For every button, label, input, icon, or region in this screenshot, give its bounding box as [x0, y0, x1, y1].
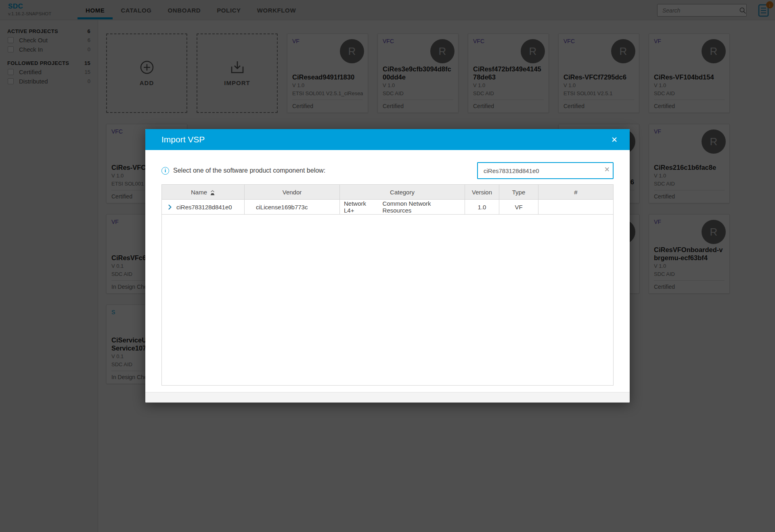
select-component-label: Select one of the software product compo… — [173, 167, 477, 174]
column-header-number[interactable]: # — [538, 185, 613, 199]
column-header-vendor[interactable]: Vendor — [245, 185, 340, 199]
cell-version: 1.0 — [478, 204, 486, 211]
modal-title: Import VSP — [161, 135, 609, 144]
modal-body: i Select one of the software product com… — [145, 150, 630, 392]
column-header-type[interactable]: Type — [499, 185, 538, 199]
vsp-table-header: Name Vendor Category Version Type # — [162, 185, 613, 200]
column-header-label: Vendor — [283, 189, 302, 196]
column-header-version[interactable]: Version — [465, 185, 499, 199]
table-empty-area — [162, 215, 613, 385]
sdc-home-page: SDC v.1.16.2-SNAPSHOT HOME CATALOG ONBOA… — [0, 0, 775, 532]
table-row[interactable]: ciRes783128d841e0 ciLicense169b773c Netw… — [162, 200, 613, 215]
vsp-search: ✕ — [477, 162, 614, 179]
column-header-category[interactable]: Category — [340, 185, 465, 199]
expand-chevron-icon[interactable] — [168, 204, 172, 210]
import-vsp-modal: Import VSP ✕ i Select one of the softwar… — [145, 129, 630, 403]
column-header-label: Type — [512, 189, 526, 196]
clear-search-icon[interactable]: ✕ — [604, 166, 610, 173]
cell-vendor: ciLicense169b773c — [256, 204, 308, 211]
column-header-label: Version — [472, 189, 492, 196]
close-icon[interactable]: ✕ — [609, 134, 620, 145]
info-icon: i — [161, 167, 169, 175]
column-header-label: # — [574, 189, 577, 196]
modal-footer — [145, 392, 630, 403]
vsp-search-input[interactable] — [477, 162, 614, 179]
vsp-table: Name Vendor Category Version Type # — [161, 184, 614, 386]
column-header-name[interactable]: Name — [162, 185, 245, 199]
cell-type: VF — [515, 204, 522, 211]
cell-name: ciRes783128d841e0 — [176, 204, 232, 211]
cell-category: Network L4+ — [344, 200, 378, 214]
modal-header: Import VSP ✕ — [145, 129, 630, 150]
cell-sub-category: Common Network Resources — [383, 200, 461, 214]
column-header-label: Category — [390, 189, 415, 196]
column-header-label: Name — [191, 189, 207, 196]
sort-asc-icon — [210, 190, 215, 196]
